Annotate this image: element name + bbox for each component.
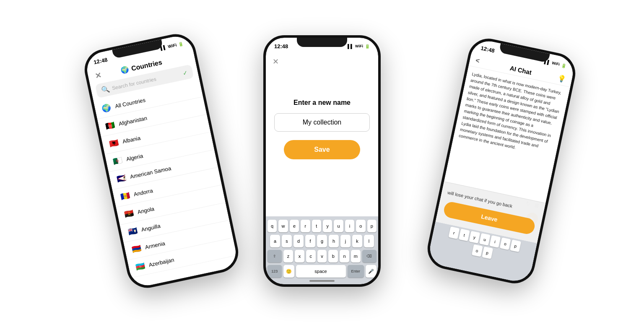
- key-emoji[interactable]: 🙂: [283, 265, 294, 278]
- phone-center: 12:48 ▌▌ WiFi 🔋 ✕ Enter a new name My co…: [263, 35, 381, 287]
- flag-andorra: 🇦🇩: [119, 191, 130, 202]
- key-z[interactable]: z: [283, 250, 293, 262]
- key-m[interactable]: m: [351, 250, 361, 262]
- key-space[interactable]: space: [296, 265, 346, 278]
- country-name-angola: Angola: [137, 205, 155, 215]
- pkey-u[interactable]: u: [479, 233, 491, 246]
- pkey-o2[interactable]: o: [471, 244, 483, 257]
- keyboard-row-1: q w e r t y u i o p: [267, 220, 377, 232]
- name-entry-label: Enter a new name: [293, 99, 351, 106]
- keyboard: q w e r t y u i o p a s d f g h: [266, 216, 378, 284]
- keyboard-row-3: ⇧ z x c v b n m ⌫: [267, 250, 377, 262]
- all-countries-label: All Countries: [114, 96, 146, 109]
- flag-afghanistan: 🇦🇫: [105, 120, 116, 131]
- flag-armenia: 🇦🇲: [131, 244, 142, 254]
- name-entry-content: Enter a new name My collection Save: [266, 53, 378, 176]
- time-left: 12:48: [93, 56, 108, 65]
- country-name-american-samoa: American Samoa: [130, 165, 172, 179]
- globe-icon: 🌍: [120, 65, 130, 75]
- close-countries-button[interactable]: ✕: [94, 70, 102, 81]
- key-r[interactable]: r: [301, 220, 310, 232]
- time-center: 12:48: [274, 43, 288, 49]
- phone-right-screen: 12:48 ▌▌ WiFi 🔋 < AI Chat 💡 Lydia, locat…: [427, 38, 576, 284]
- key-b[interactable]: b: [328, 250, 338, 262]
- globe-flag-icon: 🌍: [101, 102, 112, 113]
- key-return[interactable]: Enter: [348, 265, 364, 278]
- pkey-p[interactable]: p: [510, 239, 521, 252]
- keyboard-row-bottom: 123 🙂 space Enter 🎤: [267, 265, 377, 278]
- country-name-afghanistan: Afghanistan: [118, 115, 148, 127]
- search-placeholder: Search for countries: [112, 76, 157, 91]
- key-c[interactable]: c: [306, 250, 316, 262]
- key-123[interactable]: 123: [267, 265, 282, 278]
- country-name-azerbaijan: Azerbaijan: [148, 257, 174, 268]
- key-u[interactable]: u: [334, 220, 343, 232]
- flag-american-samoa: 🇦🇸: [116, 173, 127, 184]
- countries-list: 🌍 All Countries 🇦🇫 Afghanistan 🇦🇱 Albani…: [93, 79, 237, 278]
- key-f[interactable]: f: [305, 235, 315, 247]
- key-d[interactable]: d: [293, 235, 304, 247]
- ai-chat-text: Lydia, located in what is now modern-day…: [458, 72, 562, 150]
- key-a[interactable]: a: [270, 235, 280, 247]
- collection-name-value: My collection: [303, 119, 341, 126]
- key-s[interactable]: s: [282, 235, 292, 247]
- pkey-o[interactable]: o: [500, 237, 511, 250]
- phone-left: 12:48 ▌▌ WiFi 🔋 ✕ 🌍 Countries 🔍 Search f…: [81, 30, 242, 291]
- key-e[interactable]: e: [290, 220, 299, 232]
- key-w[interactable]: w: [278, 220, 288, 232]
- key-x[interactable]: x: [295, 250, 304, 262]
- key-y[interactable]: y: [323, 220, 332, 232]
- key-q[interactable]: q: [267, 220, 277, 232]
- keyboard-row-2: a s d f g h j k l: [267, 235, 377, 247]
- ai-chat-content: Lydia, located in what is now modern-day…: [444, 66, 570, 202]
- back-button[interactable]: <: [475, 57, 480, 65]
- time-right: 12:48: [480, 45, 496, 54]
- status-icons-center: ▌▌ WiFi 🔋: [348, 44, 370, 49]
- pkey-y[interactable]: y: [469, 231, 480, 244]
- close-name-entry-button[interactable]: ✕: [273, 57, 279, 66]
- scene: 12:48 ▌▌ WiFi 🔋 ✕ 🌍 Countries 🔍 Search f…: [0, 0, 644, 322]
- key-shift[interactable]: ⇧: [267, 250, 282, 262]
- flag-algeria: 🇩🇿: [112, 156, 123, 166]
- flag-anguilla: 🇦🇮: [127, 226, 138, 237]
- home-bar-center: [309, 280, 335, 282]
- key-i[interactable]: i: [345, 220, 354, 232]
- pkey-r[interactable]: r: [448, 226, 460, 239]
- country-name-armenia: Armenia: [144, 240, 165, 250]
- status-icons-right: ▌▌ WiFi 🔋: [544, 59, 566, 68]
- country-name-anguilla: Anguilla: [140, 223, 161, 233]
- search-icon: 🔍: [101, 85, 111, 94]
- country-name-albania: Albania: [122, 135, 141, 145]
- phone-center-screen: 12:48 ▌▌ WiFi 🔋 ✕ Enter a new name My co…: [266, 38, 378, 284]
- key-v[interactable]: v: [317, 250, 327, 262]
- country-name-andorra: Andorra: [133, 187, 153, 197]
- countries-title: Countries: [130, 58, 163, 72]
- key-k[interactable]: k: [352, 235, 362, 247]
- flag-azerbaijan: 🇦🇿: [135, 261, 145, 272]
- country-name-algeria: Algeria: [126, 153, 144, 162]
- key-g[interactable]: g: [317, 235, 327, 247]
- flag-angola: 🇦🇴: [123, 208, 134, 219]
- notch-center: [297, 38, 347, 47]
- name-entry-input[interactable]: My collection: [274, 113, 370, 132]
- key-p[interactable]: p: [367, 220, 377, 232]
- bulb-icon: 💡: [557, 74, 567, 83]
- key-n[interactable]: n: [340, 250, 349, 262]
- save-button[interactable]: Save: [284, 140, 360, 159]
- key-l[interactable]: l: [364, 235, 374, 247]
- ai-chat-title: AI Chat: [509, 65, 532, 76]
- key-h[interactable]: h: [329, 235, 339, 247]
- key-j[interactable]: j: [340, 235, 351, 247]
- pkey-i[interactable]: i: [489, 235, 501, 248]
- key-t[interactable]: t: [312, 220, 321, 232]
- key-mic[interactable]: 🎤: [366, 265, 377, 278]
- search-checkmark: ✓: [182, 69, 188, 76]
- pkey-p2[interactable]: p: [482, 247, 493, 259]
- status-icons-left: ▌▌ WiFi 🔋: [160, 41, 184, 50]
- pkey-t[interactable]: t: [459, 229, 470, 241]
- key-o[interactable]: o: [356, 220, 365, 232]
- flag-albania: 🇦🇱: [109, 138, 119, 149]
- phone-left-screen: 12:48 ▌▌ WiFi 🔋 ✕ 🌍 Countries 🔍 Search f…: [84, 33, 239, 288]
- phone-right: 12:48 ▌▌ WiFi 🔋 < AI Chat 💡 Lydia, locat…: [424, 35, 579, 287]
- key-backspace[interactable]: ⌫: [362, 250, 377, 262]
